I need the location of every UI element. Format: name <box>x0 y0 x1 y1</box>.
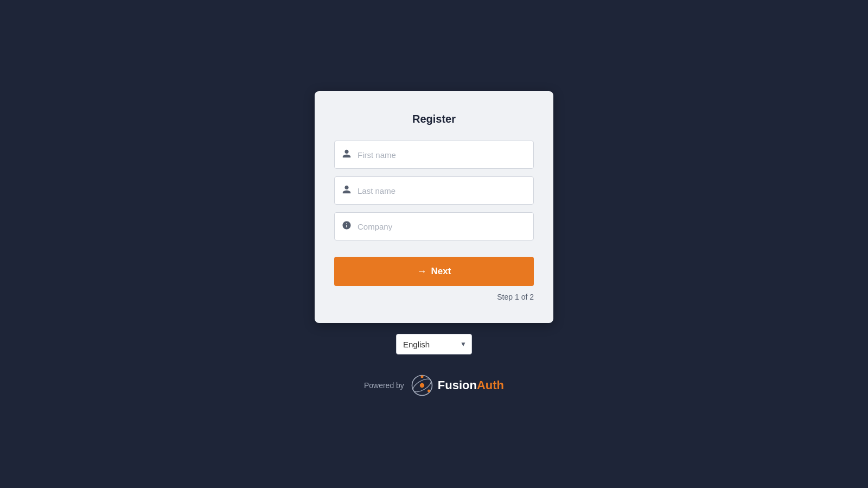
fusionauth-logo: FusionAuth <box>411 374 504 397</box>
language-select[interactable]: English French German Spanish <box>396 334 472 354</box>
first-name-group <box>334 141 534 169</box>
fusionauth-logo-icon <box>411 374 433 397</box>
company-input[interactable] <box>334 212 534 240</box>
fusionauth-brand-name: FusionAuth <box>438 378 504 392</box>
last-name-group <box>334 176 534 205</box>
powered-by-section: Powered by FusionAuth <box>364 374 504 397</box>
register-card: Register <box>315 91 553 323</box>
page-wrapper: Register <box>315 91 553 397</box>
page-title: Register <box>334 113 534 125</box>
next-button-label: Next <box>431 266 451 277</box>
language-selector-wrapper: English French German Spanish ▼ <box>396 334 472 354</box>
fusionauth-auth-text: Auth <box>477 378 504 392</box>
company-group <box>334 212 534 240</box>
svg-point-2 <box>420 376 423 378</box>
svg-point-3 <box>427 390 430 392</box>
next-button[interactable]: → Next <box>334 257 534 286</box>
register-form: → Next Step 1 of 2 <box>334 141 534 301</box>
svg-point-1 <box>420 383 424 388</box>
last-name-input[interactable] <box>334 176 534 205</box>
step-indicator: Step 1 of 2 <box>334 293 534 301</box>
first-name-input[interactable] <box>334 141 534 169</box>
fusionauth-fusion-text: Fusion <box>438 378 477 392</box>
spacer <box>334 248 534 257</box>
powered-by-text: Powered by <box>364 381 404 390</box>
arrow-right-icon: → <box>417 266 427 277</box>
